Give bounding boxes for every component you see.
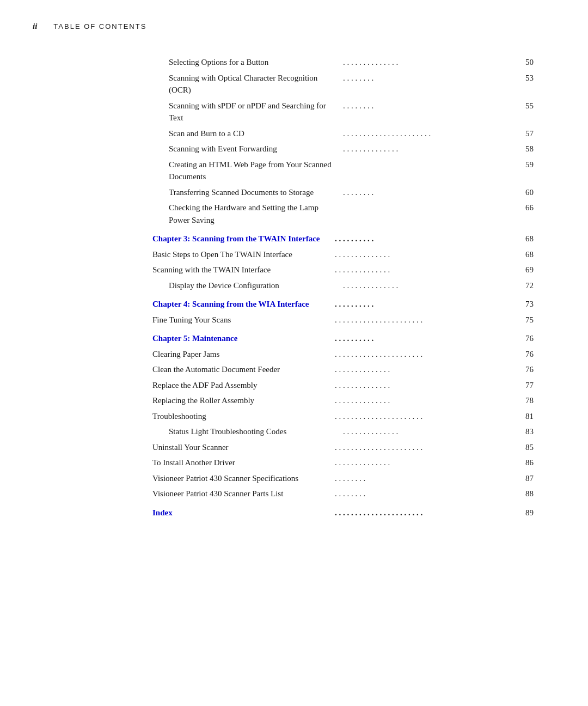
entry-text-clearing-paper: Clearing Paper Jams [152, 348, 333, 361]
toc-entry-display-device: Display the Device Configuration . . . .… [152, 279, 534, 292]
toc-entry-parts-list: Visioneer Patriot 430 Scanner Parts List… [152, 488, 534, 500]
entry-page-troubleshooting: 81 [517, 410, 534, 423]
toc-entry-scanning-event: Scanning with Event Forwarding . . . . .… [152, 143, 534, 155]
entry-dots-clearing-paper: . . . . . . . . . . . . . . . . . . . . … [335, 348, 515, 361]
entry-dots-display-device: . . . . . . . . . . . . . . [343, 279, 515, 292]
toc-entry-troubleshooting: Troubleshooting . . . . . . . . . . . . … [152, 410, 534, 423]
entry-page-chapter5: 76 [517, 332, 534, 345]
toc-entry-selecting-options: Selecting Options for a Button . . . . .… [152, 56, 534, 69]
entry-page-replace-adf: 77 [517, 379, 534, 392]
entry-dots-install-driver: . . . . . . . . . . . . . . [335, 457, 515, 469]
toc-entry-scanning-twain: Scanning with the TWAIN Interface . . . … [152, 264, 534, 276]
entry-page-fine-tuning: 75 [517, 314, 534, 326]
entry-text-transferring: Transferring Scanned Documents to Storag… [152, 186, 341, 199]
entry-text-basic-steps: Basic Steps to Open The TWAIN Interface [152, 248, 333, 261]
toc-entry-uninstall: Uninstall Your Scanner . . . . . . . . .… [152, 441, 534, 454]
toc-entry-chapter4[interactable]: Chapter 4: Scanning from the WIA Interfa… [152, 298, 534, 311]
entry-page-index: 89 [517, 507, 534, 519]
entry-page-chapter3: 68 [517, 233, 534, 245]
toc-entry-transferring: Transferring Scanned Documents to Storag… [152, 186, 534, 199]
entry-text-troubleshooting: Troubleshooting [152, 410, 333, 423]
entry-text-scanning-twain: Scanning with the TWAIN Interface [152, 264, 333, 276]
entry-text-specifications: Visioneer Patriot 430 Scanner Specificat… [152, 472, 333, 485]
entry-dots-specifications: . . . . . . . . [335, 472, 515, 485]
entry-page-basic-steps: 68 [517, 248, 534, 261]
entry-page-creating-html: 59 [517, 159, 534, 171]
entry-text-replace-adf: Replace the ADF Pad Assembly [152, 379, 333, 392]
entry-text-chapter4: Chapter 4: Scanning from the WIA Interfa… [152, 298, 333, 311]
entry-dots-chapter4: . . . . . . . . . . [335, 298, 515, 311]
entry-page-scanning-spdf: 55 [517, 100, 534, 112]
toc-entry-scan-burn-cd: Scan and Burn to a CD . . . . . . . . . … [152, 127, 534, 140]
toc-entry-checking-hardware: Checking the Hardware and Setting the La… [152, 202, 534, 226]
page-title: Table of Contents [53, 22, 146, 31]
entry-dots-scanning-ocr: . . . . . . . . [343, 72, 515, 84]
entry-dots-index: . . . . . . . . . . . . . . . . . . . . … [335, 507, 515, 519]
entry-dots-clean-adf: . . . . . . . . . . . . . . [335, 363, 515, 376]
toc-entry-chapter5[interactable]: Chapter 5: Maintenance . . . . . . . . .… [152, 332, 534, 345]
entry-page-status-light: 83 [517, 425, 534, 438]
toc-entry-status-light: Status Light Troubleshooting Codes . . .… [152, 425, 534, 438]
toc-entry-creating-html: Creating an HTML Web Page from Your Scan… [152, 159, 534, 183]
entry-page-uninstall: 85 [517, 441, 534, 454]
entry-text-checking-hardware: Checking the Hardware and Setting the La… [152, 202, 341, 226]
page-number-roman: ii [33, 22, 37, 31]
entry-dots-replacing-roller: . . . . . . . . . . . . . . [335, 394, 515, 407]
toc-entry-chapter3[interactable]: Chapter 3: Scanning from the TWAIN Inter… [152, 233, 534, 245]
entry-dots-replace-adf: . . . . . . . . . . . . . . [335, 379, 515, 392]
entry-dots-chapter3: . . . . . . . . . . [335, 233, 515, 245]
entry-page-transferring: 60 [517, 186, 534, 199]
entry-text-chapter3: Chapter 3: Scanning from the TWAIN Inter… [152, 233, 333, 245]
entry-dots-fine-tuning: . . . . . . . . . . . . . . . . . . . . … [335, 314, 515, 326]
entry-text-scanning-ocr: Scanning with Optical Character Recognit… [152, 72, 341, 96]
entry-dots-transferring: . . . . . . . . [343, 186, 515, 199]
entry-dots-scanning-twain: . . . . . . . . . . . . . . [335, 264, 515, 276]
entry-page-clean-adf: 76 [517, 363, 534, 376]
toc-entry-replace-adf: Replace the ADF Pad Assembly . . . . . .… [152, 379, 534, 392]
toc-entry-clean-adf: Clean the Automatic Document Feeder . . … [152, 363, 534, 376]
toc-entry-fine-tuning: Fine Tuning Your Scans . . . . . . . . .… [152, 314, 534, 326]
toc-entry-basic-steps: Basic Steps to Open The TWAIN Interface … [152, 248, 534, 261]
entry-text-creating-html: Creating an HTML Web Page from Your Scan… [152, 159, 341, 183]
page-header: ii Table of Contents [33, 22, 555, 34]
entry-page-display-device: 72 [517, 279, 534, 292]
entry-page-selecting-options: 50 [517, 56, 534, 69]
entry-dots-selecting-options: . . . . . . . . . . . . . . [343, 56, 515, 69]
entry-text-scanning-event: Scanning with Event Forwarding [152, 143, 341, 155]
entry-page-replacing-roller: 78 [517, 394, 534, 407]
entry-text-selecting-options: Selecting Options for a Button [152, 56, 341, 69]
entry-page-scanning-event: 58 [517, 143, 534, 155]
entry-dots-scanning-event: . . . . . . . . . . . . . . [343, 143, 515, 155]
entry-dots-uninstall: . . . . . . . . . . . . . . . . . . . . … [335, 441, 515, 454]
entry-page-install-driver: 86 [517, 457, 534, 469]
entry-page-scan-burn-cd: 57 [517, 127, 534, 140]
entry-text-display-device: Display the Device Configuration [152, 279, 341, 292]
toc-entry-clearing-paper: Clearing Paper Jams . . . . . . . . . . … [152, 348, 534, 361]
entry-text-scanning-spdf: Scanning with sPDF or nPDF and Searching… [152, 100, 341, 124]
toc-entry-specifications: Visioneer Patriot 430 Scanner Specificat… [152, 472, 534, 485]
entry-dots-chapter5: . . . . . . . . . . [335, 332, 515, 345]
entry-page-chapter4: 73 [517, 298, 534, 311]
entry-text-uninstall: Uninstall Your Scanner [152, 441, 333, 454]
entry-text-fine-tuning: Fine Tuning Your Scans [152, 314, 333, 326]
entry-page-checking-hardware: 66 [517, 202, 534, 214]
toc-entry-scanning-ocr: Scanning with Optical Character Recognit… [152, 72, 534, 96]
entry-dots-scanning-spdf: . . . . . . . . [343, 100, 515, 112]
entry-text-clean-adf: Clean the Automatic Document Feeder [152, 363, 333, 376]
entry-dots-troubleshooting: . . . . . . . . . . . . . . . . . . . . … [335, 410, 515, 423]
entry-text-install-driver: To Install Another Driver [152, 457, 333, 469]
entry-dots-basic-steps: . . . . . . . . . . . . . . [335, 248, 515, 261]
entry-page-scanning-ocr: 53 [517, 72, 534, 84]
entry-dots-parts-list: . . . . . . . . [335, 488, 515, 500]
entry-page-specifications: 87 [517, 472, 534, 485]
toc-entry-install-driver: To Install Another Driver . . . . . . . … [152, 457, 534, 469]
entry-text-status-light: Status Light Troubleshooting Codes [152, 425, 341, 438]
toc-entry-index[interactable]: Index . . . . . . . . . . . . . . . . . … [152, 507, 534, 519]
entry-text-chapter5: Chapter 5: Maintenance [152, 332, 333, 345]
entry-page-clearing-paper: 76 [517, 348, 534, 361]
toc-container: Selecting Options for a Button . . . . .… [33, 56, 555, 519]
toc-entry-replacing-roller: Replacing the Roller Assembly . . . . . … [152, 394, 534, 407]
entry-text-scan-burn-cd: Scan and Burn to a CD [152, 127, 341, 140]
entry-dots-scan-burn-cd: . . . . . . . . . . . . . . . . . . . . … [343, 127, 515, 140]
entry-text-replacing-roller: Replacing the Roller Assembly [152, 394, 333, 407]
